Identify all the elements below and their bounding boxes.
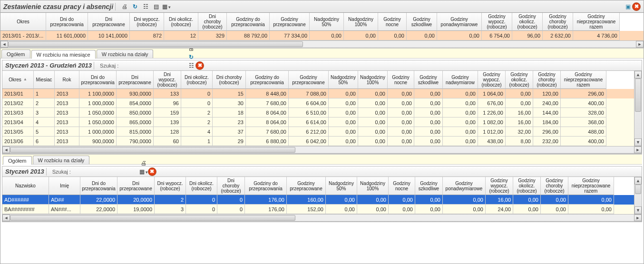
column-header[interactable]: Godziny choroby (robocze) (543, 13, 573, 31)
subtab-dzialy[interactable]: W rozbiciu na działy (33, 156, 90, 164)
column-header[interactable]: Nadgodziny 50% (329, 71, 358, 89)
subtab-ogolem[interactable]: Ogółem (3, 156, 32, 165)
column-header[interactable]: Nadgodziny 100% (344, 13, 378, 31)
table-row[interactable]: 2013/03320131 050,0000850,00001592188 06… (2, 108, 634, 117)
cell: 184,00 (533, 117, 561, 127)
column-header[interactable]: Godziny nieprzepracowane razem (573, 13, 620, 31)
column-header[interactable]: Dni przepracowane (117, 71, 154, 89)
cell: 296,00 (561, 89, 606, 98)
column-header[interactable]: Godziny wypocz. (robocze) (478, 71, 506, 89)
column-header[interactable]: Dni przepracowane (117, 177, 155, 195)
table-row[interactable]: 2013/01120131 100,0000930,00001330158 44… (2, 89, 634, 98)
tab-miesiace[interactable]: W rozbiciu na miesiące (31, 50, 96, 59)
column-header[interactable]: Dni do przepracowania (46, 13, 88, 31)
column-header[interactable]: Godziny przepracowane (289, 71, 329, 89)
print-icon[interactable] (120, 2, 129, 11)
column-header[interactable]: Okres (2, 71, 34, 89)
column-header[interactable]: Godziny choroby (robocze) (541, 177, 568, 195)
column-header[interactable]: Dni choroby (robocze) (217, 177, 245, 195)
print-icon[interactable] (139, 159, 148, 167)
cell: 0,00 (388, 108, 414, 117)
grid-dropdown[interactable] (162, 2, 171, 11)
column-header[interactable]: Godziny szkodliwe (407, 13, 437, 31)
table-row[interactable]: 2013/04420131 050,0000865,00001392238 06… (2, 117, 634, 127)
refresh-icon[interactable] (131, 2, 139, 11)
column-header[interactable]: Imię (49, 177, 80, 195)
close-icon[interactable] (195, 61, 204, 70)
column-header[interactable]: Nadgodziny 100% (357, 177, 389, 195)
column-header[interactable]: Dni przepracowane (88, 13, 130, 31)
column-header[interactable]: Dni wypocz. (robocze) (155, 177, 186, 195)
column-header[interactable]: Nadgodziny 50% (326, 177, 357, 195)
tab-dzialy[interactable]: W rozbiciu na działy (97, 49, 154, 58)
column-header[interactable]: Godziny do przepracowania (245, 177, 287, 195)
column-header[interactable]: Godziny nocne (388, 71, 414, 89)
tab-ogolem[interactable]: Ogółem (1, 49, 30, 58)
table-row[interactable]: BA########AN###...22,000019,0000300176,0… (2, 205, 634, 214)
column-header[interactable]: Godziny okolicz. (robocze) (512, 13, 543, 31)
column-header[interactable]: Nazwisko (2, 177, 49, 195)
column-header[interactable]: Godziny przepracowane (287, 177, 326, 195)
column-header[interactable]: Nadgodziny 50% (310, 13, 344, 31)
table-row[interactable]: 2013/05520131 000,0000815,00001284377 68… (2, 127, 634, 137)
detail-search-input[interactable] (73, 168, 139, 176)
column-header[interactable]: Godziny nieprzepracowane razem (568, 177, 614, 195)
column-header[interactable]: Godziny okolicz. (robocze) (506, 71, 533, 89)
column-header[interactable]: Godziny wypocz. (robocze) (486, 177, 513, 195)
column-header[interactable]: Rok (55, 71, 79, 89)
column-header[interactable]: Okres (0, 13, 46, 31)
close-icon[interactable] (148, 167, 156, 176)
column-header[interactable]: Dni choroby (robocze) (198, 13, 227, 31)
cell: 133 (154, 89, 181, 98)
cell: 15 (213, 89, 246, 98)
column-header[interactable]: Dni wypocz. (robocze) (154, 71, 181, 89)
column-header[interactable]: Dni okolicz. (robocze) (186, 177, 217, 195)
column-header[interactable]: Dni okolicz. (robocze) (164, 13, 198, 31)
column-header[interactable]: Godziny nadwymiarow (443, 71, 478, 89)
column-header[interactable]: Miesiac (34, 71, 55, 89)
column-header[interactable]: Godziny wypocz. (robocze) (482, 13, 512, 31)
cell: 0,00 (326, 195, 357, 205)
cell: BA######## (2, 205, 49, 214)
refresh-icon[interactable] (187, 53, 195, 61)
column-header[interactable]: Dni okolicz. (robocze) (181, 71, 213, 89)
cell: 0,00 (513, 205, 541, 214)
column-header[interactable]: Godziny okolicz. (robocze) (513, 177, 541, 195)
chart-icon[interactable] (187, 61, 195, 70)
column-header[interactable]: Dni do przepracowania (79, 71, 117, 89)
columns-icon[interactable] (152, 2, 160, 11)
detail-hscroll[interactable]: ◄ ► (2, 214, 642, 222)
chart-icon[interactable] (141, 2, 150, 11)
table-row[interactable]: 2013/02220131 000,0000854,0000960307 680… (2, 98, 634, 108)
table-row[interactable]: 2013/01 - 2013/...11 601,000010 141,0000… (0, 31, 644, 40)
column-header[interactable]: Dni choroby (robocze) (213, 71, 246, 89)
column-header[interactable]: Godziny szkodliwe (414, 71, 443, 89)
column-header[interactable]: Godziny ponadwymiarowe (437, 13, 482, 31)
detail-vscroll[interactable]: ▲ ▼ (634, 177, 642, 214)
column-header[interactable]: Godziny choroby (robocze) (533, 71, 561, 89)
column-header[interactable]: Godziny do przepracowania (246, 71, 289, 89)
cell: 2013 (55, 127, 79, 137)
column-header[interactable]: Nadgodziny 100% (358, 71, 388, 89)
cell: 854,0000 (117, 98, 154, 108)
table-row[interactable]: AD######AD##22,000020,0000200176,00160,0… (2, 195, 634, 205)
close-icon[interactable] (632, 2, 641, 11)
column-header[interactable]: Godziny ponadwymiarowe (443, 177, 486, 195)
cell: 0,00 (388, 127, 414, 137)
window-icon[interactable] (624, 2, 632, 11)
column-header[interactable]: Godziny przepracowane (270, 13, 310, 31)
column-header[interactable]: Godziny nocne (389, 177, 415, 195)
grid-dropdown[interactable] (139, 167, 148, 176)
column-header[interactable]: Godziny nocne (378, 13, 407, 31)
summary-hscroll[interactable]: ◄ ► (0, 40, 644, 48)
table-row[interactable]: 2013/0662013900,0000790,0000601296 880,0… (2, 137, 634, 146)
months-search-input[interactable] (120, 62, 187, 69)
column-header[interactable]: Godziny szkodliwe (415, 177, 443, 195)
column-header[interactable]: Dni wypocz. (robocze) (130, 13, 164, 31)
column-header[interactable]: Dni do przepracowania (80, 177, 117, 195)
cell: 29 (213, 137, 246, 146)
months-hscroll[interactable]: ◄ ► (2, 146, 642, 154)
months-vscroll[interactable]: ▲ ▼ (634, 71, 642, 146)
column-header[interactable]: Godziny do przepracowania (227, 13, 270, 31)
column-header[interactable]: Godziny nieprzepracowane razem (561, 71, 606, 89)
